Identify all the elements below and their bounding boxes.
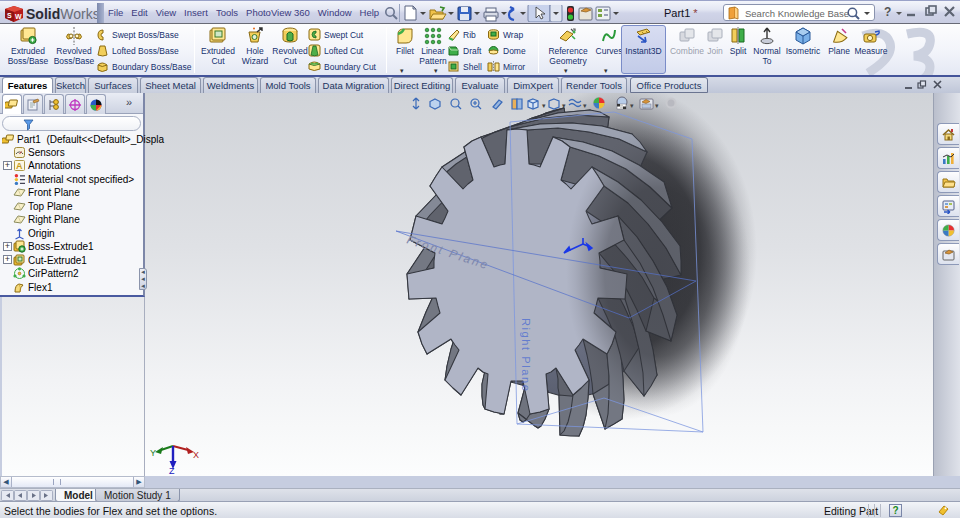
svg-text:Part1 *: Part1 * (664, 7, 698, 19)
svg-text:A: A (16, 161, 23, 171)
svg-text:▾: ▾ (562, 102, 566, 109)
svg-text:▾: ▾ (655, 102, 659, 109)
svg-text:SolidWorks: SolidWorks (26, 6, 100, 22)
svg-text:▾: ▾ (583, 102, 587, 109)
svg-text:W: W (15, 13, 22, 20)
svg-text:Y: Y (150, 448, 156, 458)
svg-text:▾: ▾ (630, 102, 634, 109)
svg-text:S: S (7, 12, 12, 19)
svg-text:Right Plane: Right Plane (520, 318, 532, 392)
svg-text:X: X (193, 450, 199, 460)
svg-text:Z: Z (169, 466, 175, 476)
svg-text:▾: ▾ (542, 102, 546, 109)
